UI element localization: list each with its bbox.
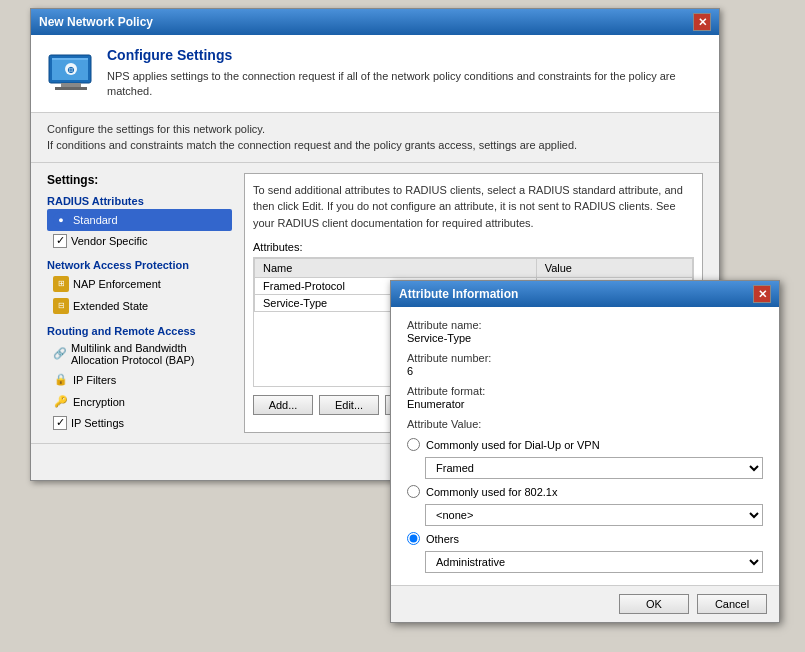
radio-dialup-label: Commonly used for Dial-Up or VPN [426, 439, 600, 451]
sidebar-item-encryption[interactable]: 🔑 Encryption [47, 391, 232, 413]
settings-label: Settings: [47, 173, 232, 187]
header-title: Configure Settings [107, 47, 703, 63]
dropdown-dialup[interactable]: Framed [425, 457, 763, 479]
attr-name-value: Service-Type [407, 332, 763, 344]
attributes-label: Attributes: [253, 241, 694, 253]
header-description: NPS applies settings to the connection r… [107, 69, 703, 100]
dropdown-8021x[interactable]: <none> [425, 504, 763, 526]
sidebar-item-nap[interactable]: ⊞ NAP Enforcement [47, 273, 232, 295]
attr-dialog-footer: OK Cancel [391, 585, 779, 622]
sidebar-item-standard[interactable]: ● Standard [47, 209, 232, 231]
link-icon: 🔗 [53, 346, 67, 362]
attr-close-button[interactable]: ✕ [753, 285, 771, 303]
globe-icon: ● [53, 212, 69, 228]
edit-button[interactable]: Edit... [319, 395, 379, 415]
col-name-header: Name [255, 259, 537, 278]
add-button[interactable]: Add... [253, 395, 313, 415]
sidebar-label-ipfilters: IP Filters [73, 374, 116, 386]
right-panel-description: To send additional attributes to RADIUS … [253, 182, 694, 232]
svg-rect-2 [52, 58, 88, 60]
lock-icon-encryption: 🔑 [53, 394, 69, 410]
sidebar-label-extended: Extended State [73, 300, 148, 312]
attr-format-label: Attribute format: [407, 385, 763, 397]
extended-icon: ⊟ [53, 298, 69, 314]
attr-value-section: Attribute Value: [407, 418, 763, 430]
attr-dialog-body: Attribute name: Service-Type Attribute n… [391, 307, 779, 585]
main-title-bar: New Network Policy ✕ [31, 9, 719, 35]
radio-8021x[interactable] [407, 485, 420, 498]
sidebar-item-multilink[interactable]: 🔗 Multilink and Bandwidth Allocation Pro… [47, 339, 232, 369]
sidebar-item-ipfilters[interactable]: 🔒 IP Filters [47, 369, 232, 391]
attr-title-bar: Attribute Information ✕ [391, 281, 779, 307]
attr-number-row: Attribute number: 6 [407, 352, 763, 377]
nap-icon: ⊞ [53, 276, 69, 292]
dialog-subtitle: Configure the settings for this network … [31, 113, 719, 163]
sidebar-label-standard: Standard [73, 214, 118, 226]
lock-icon-filters: 🔒 [53, 372, 69, 388]
attr-number-label: Attribute number: [407, 352, 763, 364]
checkbox-icon-vendor: ✓ [53, 234, 67, 248]
radio-dialup[interactable] [407, 438, 420, 451]
header-icon: ⊕ [47, 47, 95, 95]
header-text-block: Configure Settings NPS applies settings … [107, 47, 703, 100]
svg-text:⊕: ⊕ [67, 65, 75, 75]
attr-value-label: Attribute Value: [407, 418, 763, 430]
section-routing-title: Routing and Remote Access [47, 325, 232, 337]
radio-8021x-label: Commonly used for 802.1x [426, 486, 557, 498]
sidebar-item-ipsettings[interactable]: ✓ IP Settings [47, 413, 232, 433]
dropdown-others[interactable]: Administrative Login Framed [425, 551, 763, 573]
attribute-info-dialog: Attribute Information ✕ Attribute name: … [390, 280, 780, 623]
left-panel: Settings: RADIUS Attributes ● Standard ✓… [47, 173, 232, 433]
attr-format-row: Attribute format: Enumerator [407, 385, 763, 410]
radio-others-label: Others [426, 533, 459, 545]
section-nap-title: Network Access Protection [47, 259, 232, 271]
dialog-header: ⊕ Configure Settings NPS applies setting… [31, 35, 719, 113]
main-close-button[interactable]: ✕ [693, 13, 711, 31]
radio-others[interactable] [407, 532, 420, 545]
attr-number-value: 6 [407, 365, 763, 377]
checkbox-icon-ipsettings: ✓ [53, 416, 67, 430]
svg-rect-4 [55, 87, 87, 90]
main-dialog-title: New Network Policy [39, 15, 153, 29]
radio-option-8021x: Commonly used for 802.1x [407, 485, 763, 498]
attr-cancel-button[interactable]: Cancel [697, 594, 767, 614]
attr-name-row: Attribute name: Service-Type [407, 319, 763, 344]
subtitle-line1: Configure the settings for this network … [47, 121, 703, 138]
sidebar-label-vendor: Vendor Specific [71, 235, 147, 247]
attr-name-label: Attribute name: [407, 319, 763, 331]
radio-option-others: Others [407, 532, 763, 545]
subtitle-line2: If conditions and constraints match the … [47, 137, 703, 154]
section-radius-title: RADIUS Attributes [47, 195, 232, 207]
sidebar-item-vendor[interactable]: ✓ Vendor Specific [47, 231, 232, 251]
sidebar-label-nap: NAP Enforcement [73, 278, 161, 290]
radio-option-dialup: Commonly used for Dial-Up or VPN [407, 438, 763, 451]
sidebar-label-multilink: Multilink and Bandwidth Allocation Proto… [71, 342, 226, 366]
attr-dialog-title: Attribute Information [399, 287, 518, 301]
sidebar-item-extended[interactable]: ⊟ Extended State [47, 295, 232, 317]
sidebar-label-ipsettings: IP Settings [71, 417, 124, 429]
attr-format-value: Enumerator [407, 398, 763, 410]
svg-rect-3 [61, 83, 81, 87]
attr-ok-button[interactable]: OK [619, 594, 689, 614]
col-value-header: Value [536, 259, 692, 278]
sidebar-label-encryption: Encryption [73, 396, 125, 408]
